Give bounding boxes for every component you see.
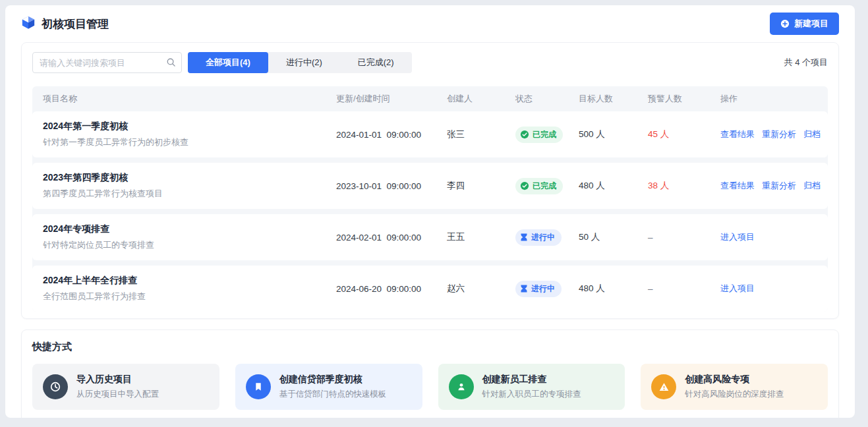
title-wrap: 初核项目管理 (21, 15, 109, 32)
col-header-target: 目标人数 (579, 93, 648, 105)
shortcut-title: 创建信贷部季度初核 (279, 374, 387, 385)
project-desc: 第四季度员工异常行为核查项目 (43, 188, 336, 200)
project-name-cell: 2023年第四季度初核 第四季度员工异常行为核查项目 (43, 172, 336, 200)
shortcut-desc: 基于信贷部门特点的快速模板 (279, 389, 387, 400)
search-input[interactable] (32, 52, 182, 73)
status-label: 进行中 (531, 232, 555, 243)
project-time: 2023-10-01 09:00:00 (336, 181, 447, 191)
search-box (32, 52, 182, 73)
reanalyze-link[interactable]: 重新分析 (762, 128, 796, 140)
shortcut-desc: 针对新入职员工的专项排查 (482, 389, 581, 400)
col-header-warning: 预警人数 (648, 93, 720, 105)
shortcut-title: 导入历史项目 (76, 374, 159, 385)
status-label: 已完成 (533, 181, 556, 192)
view-results-link[interactable]: 查看结果 (720, 180, 755, 192)
hourglass-icon (520, 285, 528, 293)
warning-triangle-icon (651, 374, 676, 399)
target-count: 480 人 (579, 283, 648, 295)
enter-project-link[interactable]: 进入项目 (720, 283, 755, 295)
project-desc: 全行范围员工异常行为排查 (43, 291, 336, 302)
tab-all-projects[interactable]: 全部项目(4) (188, 52, 268, 73)
archive-link[interactable]: 归档 (803, 128, 821, 140)
reanalyze-link[interactable]: 重新分析 (762, 180, 796, 192)
shortcut-desc: 从历史项目中导入配置 (76, 389, 159, 400)
project-desc: 针对第一季度员工异常行为的初步核查 (43, 136, 336, 148)
clock-icon (43, 374, 68, 399)
tab-in-progress[interactable]: 进行中(2) (268, 52, 340, 73)
shortcut-desc: 针对高风险岗位的深度排查 (685, 389, 784, 400)
new-project-label: 新建项目 (794, 18, 828, 30)
target-count: 480 人 (579, 180, 648, 192)
plus-circle-icon (780, 19, 790, 28)
status-cell: 进行中 (515, 281, 579, 297)
search-icon[interactable] (166, 57, 176, 70)
status-badge: 已完成 (515, 127, 563, 143)
shortcut-title: 创建新员工排查 (482, 374, 581, 385)
shortcut-import-history[interactable]: 导入历史项目 从历史项目中导入配置 (32, 364, 219, 410)
project-creator: 李四 (447, 180, 515, 192)
cube-icon (21, 15, 36, 32)
target-count: 50 人 (579, 231, 648, 243)
hourglass-icon (520, 233, 528, 241)
toolbar: 全部项目(4) 进行中(2) 已完成(2) 共 4 个项目 (32, 52, 828, 73)
tab-completed[interactable]: 已完成(2) (340, 52, 412, 73)
shortcut-new-employee-check[interactable]: 创建新员工排查 针对新入职员工的专项排查 (438, 364, 625, 410)
shortcuts-title: 快捷方式 (32, 341, 828, 353)
project-desc: 针对特定岗位员工的专项排查 (43, 239, 336, 251)
shortcut-texts: 创建高风险专项 针对高风险岗位的深度排查 (685, 374, 784, 400)
check-circle-icon (520, 130, 529, 139)
project-name: 2024年专项排查 (43, 223, 336, 235)
warning-count: 45 人 (648, 128, 720, 140)
warning-count: – (648, 233, 720, 242)
col-header-status: 状态 (515, 93, 579, 105)
project-name-cell: 2024年专项排查 针对特定岗位员工的专项排查 (43, 223, 336, 251)
shortcuts-card: 快捷方式 导入历史项目 从历史项目中导入配置 (21, 329, 839, 418)
new-project-button[interactable]: 新建项目 (770, 13, 839, 35)
page-title: 初核项目管理 (42, 16, 109, 32)
shortcut-title: 创建高风险专项 (685, 374, 784, 385)
shortcut-high-risk-special[interactable]: 创建高风险专项 针对高风险岗位的深度排查 (641, 364, 828, 410)
shortcut-cards: 导入历史项目 从历史项目中导入配置 创建信贷部季度初核 基于信贷部门特点的快速模… (32, 364, 828, 410)
status-cell: 已完成 (515, 178, 579, 194)
status-badge: 已完成 (515, 178, 563, 194)
warning-count: – (648, 284, 720, 294)
project-count: 共 4 个项目 (784, 57, 828, 69)
col-header-time: 更新/创建时间 (336, 93, 447, 105)
view-results-link[interactable]: 查看结果 (720, 128, 755, 140)
table-header-row: 项目名称 更新/创建时间 创建人 状态 目标人数 预警人数 操作 (32, 86, 828, 111)
actions-cell: 进入项目 (720, 283, 828, 295)
status-cell: 已完成 (515, 127, 579, 143)
top-bar: 初核项目管理 新建项目 (21, 5, 839, 42)
bookmark-icon (246, 374, 271, 399)
warning-count: 38 人 (648, 180, 720, 192)
col-header-actions: 操作 (720, 93, 828, 105)
status-label: 进行中 (531, 283, 555, 295)
project-name-cell: 2024年第一季度初核 针对第一季度员工异常行为的初步核查 (43, 121, 336, 148)
shortcut-texts: 导入历史项目 从历史项目中导入配置 (76, 374, 159, 400)
table-row: 2024年上半年全行排查 全行范围员工异常行为排查 2024-06-20 09:… (32, 266, 828, 312)
project-creator: 赵六 (447, 283, 515, 295)
person-icon (449, 374, 474, 399)
target-count: 500 人 (579, 128, 648, 140)
project-name-cell: 2024年上半年全行排查 全行范围员工异常行为排查 (43, 275, 336, 302)
archive-link[interactable]: 归档 (803, 180, 821, 192)
col-header-creator: 创建人 (447, 93, 515, 105)
shortcut-credit-dept-template[interactable]: 创建信贷部季度初核 基于信贷部门特点的快速模板 (235, 364, 422, 410)
enter-project-link[interactable]: 进入项目 (720, 231, 755, 243)
project-time: 2024-06-20 09:00:00 (336, 284, 447, 294)
project-name: 2024年上半年全行排查 (43, 275, 336, 287)
filter-tabs: 全部项目(4) 进行中(2) 已完成(2) (188, 52, 412, 73)
actions-cell: 查看结果 重新分析 归档 (720, 128, 828, 140)
project-name: 2024年第一季度初核 (43, 121, 336, 132)
project-creator: 王五 (447, 231, 515, 243)
app-panel: 初核项目管理 新建项目 (5, 5, 855, 418)
project-time: 2024-01-01 09:00:00 (336, 130, 447, 140)
status-badge: 进行中 (515, 281, 562, 297)
col-header-name: 项目名称 (43, 93, 336, 105)
actions-cell: 进入项目 (720, 231, 828, 243)
project-name: 2023年第四季度初核 (43, 172, 336, 184)
table-row: 2024年专项排查 针对特定岗位员工的专项排查 2024-02-01 09:00… (32, 214, 828, 260)
project-list-card: 全部项目(4) 进行中(2) 已完成(2) 共 4 个项目 项目名称 更新/创建… (21, 42, 839, 319)
status-cell: 进行中 (515, 229, 579, 246)
status-badge: 进行中 (515, 229, 562, 246)
